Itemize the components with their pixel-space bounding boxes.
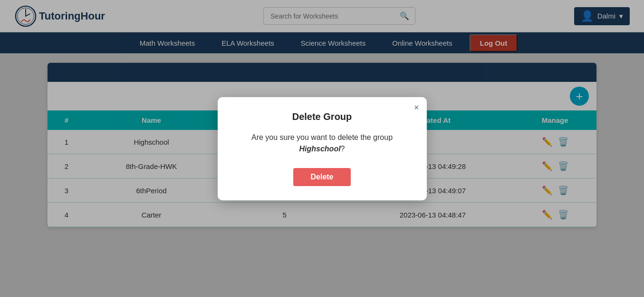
modal-group-name: Highschool <box>299 145 340 153</box>
delete-modal: × Delete Group Are you sure you want to … <box>218 97 427 200</box>
modal-footer: Delete <box>232 168 413 186</box>
modal-message-after: ? <box>341 145 345 153</box>
modal-message-before: Are you sure you want to delete the grou… <box>251 133 393 141</box>
modal-body: Are you sure you want to delete the grou… <box>232 132 413 155</box>
modal-title: Delete Group <box>232 111 413 122</box>
confirm-delete-button[interactable]: Delete <box>293 168 350 186</box>
modal-overlay: × Delete Group Are you sure you want to … <box>0 0 644 297</box>
modal-close-button[interactable]: × <box>414 103 419 113</box>
